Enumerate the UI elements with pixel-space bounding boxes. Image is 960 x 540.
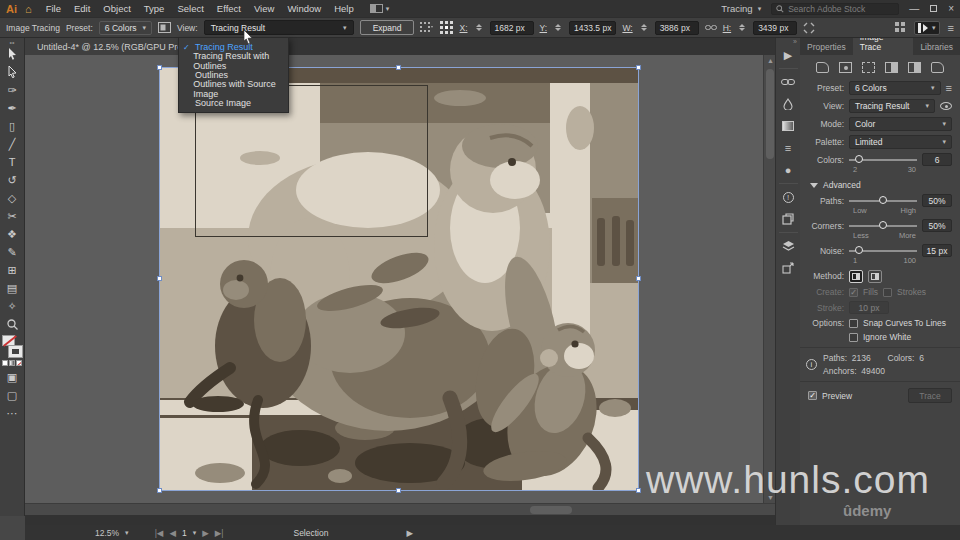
panel-toggle-icon[interactable]: ▾ <box>914 21 940 35</box>
menu-item-outlines-with-source-image[interactable]: Outlines with Source Image <box>179 82 288 96</box>
curvature-tool[interactable]: ✑ <box>2 81 23 99</box>
fill-stroke-swatches[interactable] <box>2 335 22 357</box>
corners-slider[interactable] <box>849 220 917 232</box>
x-stepper[interactable] <box>476 24 482 31</box>
stroke-panel-icon[interactable]: ≡ <box>778 137 799 159</box>
method-abutting-button[interactable] <box>849 270 863 283</box>
asset-export-panel-icon[interactable] <box>778 257 799 279</box>
align-options-icon[interactable] <box>420 22 434 33</box>
h-stepper[interactable] <box>739 24 745 31</box>
paths-value[interactable]: 50% <box>922 194 952 207</box>
y-input[interactable]: 1433.5 px <box>569 21 616 35</box>
scroll-up-icon[interactable]: ▲ <box>767 57 774 64</box>
menu-edit[interactable]: Edit <box>74 3 90 14</box>
width-tool[interactable]: ❖ <box>2 225 23 243</box>
ignore-white-checkbox[interactable] <box>849 333 858 342</box>
gradient-panel-icon[interactable] <box>778 115 799 137</box>
horizontal-scroll-thumb[interactable] <box>530 506 572 514</box>
outline-preset-icon[interactable] <box>931 62 944 73</box>
pen-tool[interactable]: ✎ <box>2 243 23 261</box>
w-input[interactable]: 3886 px <box>655 21 699 35</box>
preset-menu-icon[interactable]: ≡ <box>946 82 952 94</box>
scissors-tool[interactable]: ✂ <box>2 207 23 225</box>
restore-button[interactable] <box>930 5 937 12</box>
menu-object[interactable]: Object <box>103 3 130 14</box>
links-panel-icon[interactable] <box>778 71 799 93</box>
last-artboard-icon[interactable]: ▶| <box>215 528 224 538</box>
status-bar-expand-icon[interactable]: ▶ <box>406 528 413 538</box>
layers-panel-icon[interactable] <box>778 235 799 257</box>
preview-checkbox[interactable]: ✓ <box>808 391 817 400</box>
vertical-scroll-thumb[interactable] <box>766 69 774 159</box>
app-logo-icon[interactable]: Ai <box>6 3 17 15</box>
workspace-switcher[interactable]: Tracing▾ <box>721 3 761 14</box>
actions-panel-icon[interactable]: ▶ <box>778 44 799 66</box>
high-color-preset-icon[interactable] <box>839 62 852 73</box>
color-button[interactable] <box>2 360 8 366</box>
noise-value[interactable]: 15 px <box>922 244 952 257</box>
gradient-tool[interactable]: ▤ <box>2 279 23 297</box>
h-input[interactable]: 3439 px <box>753 21 797 35</box>
black-white-preset-icon[interactable] <box>908 62 921 73</box>
menu-type[interactable]: Type <box>144 3 165 14</box>
panel-view-dropdown[interactable]: Tracing Result▾ <box>849 99 935 113</box>
constrain-proportions-icon[interactable] <box>705 23 717 32</box>
eraser-tool[interactable]: ◇ <box>2 189 23 207</box>
auto-color-preset-icon[interactable] <box>816 62 829 73</box>
document-grid-icon[interactable] <box>895 22 906 33</box>
vertical-scrollbar[interactable]: ▲ ▼ <box>763 55 775 503</box>
tab-properties[interactable]: Properties <box>800 39 853 55</box>
draw-modes-icon[interactable]: ▣ <box>2 368 23 386</box>
direct-selection-tool[interactable] <box>2 63 23 81</box>
horizontal-scrollbar[interactable] <box>25 503 775 515</box>
x-input[interactable]: 1682 px <box>490 21 534 35</box>
menu-item-tracing-result-with-outlines[interactable]: Tracing Result with Outlines <box>179 54 288 68</box>
panel-preset-dropdown[interactable]: 6 Colors▾ <box>849 81 941 95</box>
search-input[interactable]: Search Adobe Stock <box>771 3 899 15</box>
eye-icon[interactable] <box>940 102 952 110</box>
snap-curves-checkbox[interactable] <box>849 319 858 328</box>
none-button[interactable] <box>16 360 22 366</box>
screen-mode-icon[interactable]: ▢ <box>2 386 23 404</box>
transform-icon[interactable] <box>803 22 815 34</box>
artboard-dropdown-icon[interactable]: ▾ <box>193 529 197 537</box>
menu-help[interactable]: Help <box>334 3 354 14</box>
menu-effect[interactable]: Effect <box>217 3 241 14</box>
expand-button[interactable]: Expand <box>360 20 415 35</box>
fill-swatch[interactable] <box>2 335 15 346</box>
noise-slider[interactable] <box>849 245 917 257</box>
prev-artboard-icon[interactable]: ◀ <box>169 528 176 538</box>
selection-tool[interactable] <box>2 45 23 63</box>
next-artboard-icon[interactable]: ▶ <box>202 528 209 538</box>
panel-palette-dropdown[interactable]: Limited▾ <box>849 135 952 149</box>
edit-toolbar-icon[interactable]: ⋯ <box>2 404 23 422</box>
gradient-button[interactable] <box>9 360 15 366</box>
menu-window[interactable]: Window <box>287 3 321 14</box>
first-artboard-icon[interactable]: |◀ <box>155 528 164 538</box>
w-stepper[interactable] <box>641 24 647 31</box>
stroke-swatch[interactable] <box>9 346 22 357</box>
control-bar-menu-icon[interactable]: ≡ <box>948 22 954 34</box>
grayscale-preset-icon[interactable] <box>885 62 898 73</box>
eyedropper-tool[interactable]: ✧ <box>2 297 23 315</box>
advanced-section-toggle[interactable]: Advanced <box>800 176 960 192</box>
type-tool[interactable]: T <box>2 153 23 171</box>
colors-slider[interactable] <box>849 154 917 166</box>
zoom-level-dropdown[interactable]: 12.5%▾ <box>95 528 129 538</box>
artboards-panel-icon[interactable] <box>778 208 799 230</box>
rectangle-tool[interactable]: ▯ <box>2 117 23 135</box>
paintbrush-tool[interactable]: ✒ <box>2 99 23 117</box>
colors-value[interactable]: 6 <box>922 153 952 166</box>
low-color-preset-icon[interactable] <box>862 62 875 73</box>
paths-slider[interactable] <box>849 195 917 207</box>
menu-view[interactable]: View <box>254 3 274 14</box>
minimize-button[interactable]: — <box>909 3 919 14</box>
menu-select[interactable]: Select <box>177 3 203 14</box>
color-panel-icon[interactable] <box>778 93 799 115</box>
y-stepper[interactable] <box>555 24 561 31</box>
line-segment-tool[interactable]: ╱ <box>2 135 23 153</box>
preset-dropdown[interactable]: 6 Colors▾ <box>99 21 152 35</box>
artboard-number[interactable]: 1 <box>182 528 187 538</box>
view-dropdown[interactable]: Tracing Result▾ <box>204 20 354 35</box>
home-icon[interactable]: ⌂ <box>25 3 32 15</box>
